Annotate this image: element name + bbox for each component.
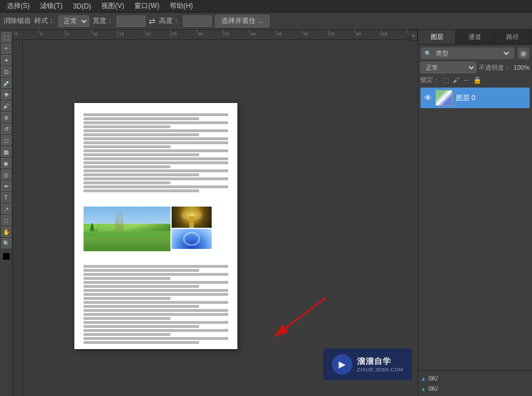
tool-marquee[interactable]: ⬚ <box>1 32 11 42</box>
tool-text[interactable]: T <box>1 192 11 203</box>
menu-select[interactable]: 选择(S) <box>2 0 34 12</box>
red-arrow <box>263 292 332 345</box>
tool-lasso[interactable]: ⌖ <box>1 43 11 54</box>
watermark-text: 溜溜自学 ZIXUE.3D66.COM <box>357 357 403 373</box>
right-panel-bottom: ▲ 0K/ ▲ 0K/ <box>418 370 532 396</box>
svg-text:50: 50 <box>303 31 308 37</box>
tool-eraser[interactable]: ◻ <box>1 135 11 145</box>
download-arrow-icon: ▲ <box>420 386 426 392</box>
layer-thumbnail <box>435 90 452 106</box>
svg-line-36 <box>275 298 326 336</box>
ruler-top-svg: -50510152025303540455055606570 <box>13 30 418 40</box>
tool-shape[interactable]: □ <box>1 215 11 225</box>
tool-heal[interactable]: ✚ <box>1 89 11 100</box>
ruler-left-svg <box>13 40 23 395</box>
svg-text:55: 55 <box>329 31 335 37</box>
height-label: 高度： <box>159 16 180 26</box>
height-input[interactable] <box>183 15 212 27</box>
filter-select[interactable]: 类型 <box>434 49 511 57</box>
lock-transparent-icon[interactable]: ⬚ <box>443 76 449 84</box>
width-label: 宽度： <box>93 16 113 26</box>
svg-text:30: 30 <box>198 31 203 37</box>
watermark-icon: ▶ <box>332 354 352 375</box>
layer-visibility-icon[interactable]: 👁 <box>424 93 432 102</box>
width-input[interactable] <box>117 15 145 27</box>
lock-label: 锁定： <box>420 76 439 84</box>
style-label: 样式： <box>34 16 55 26</box>
swap-arrow-icon[interactable]: ⇄ <box>149 17 156 26</box>
svg-text:-5: -5 <box>14 31 18 37</box>
svg-text:25: 25 <box>172 31 177 37</box>
doc-text-bottom <box>74 255 237 356</box>
tool-crop[interactable]: ⊡ <box>1 66 11 77</box>
ruler-left <box>13 40 23 396</box>
doc-text-top <box>74 103 237 204</box>
tool-brush[interactable]: 🖌 <box>1 101 11 111</box>
layers-filter: 🔍 类型 <box>420 47 515 60</box>
layers-filter-row: 🔍 类型 ◉ <box>420 47 530 60</box>
svg-text:35: 35 <box>224 31 229 37</box>
watermark: ▶ 溜溜自学 ZIXUE.3D66.COM <box>323 349 412 380</box>
style-select[interactable]: 正常 <box>58 15 89 27</box>
svg-rect-34 <box>13 40 23 395</box>
lock-image-icon[interactable]: 🖌 <box>452 76 459 84</box>
svg-text:15: 15 <box>119 31 124 37</box>
status-up-row: ▲ 0K/ <box>420 373 530 383</box>
document-page <box>74 103 237 349</box>
blend-mode-select[interactable]: 正常 <box>420 62 477 73</box>
tool-stamp[interactable]: ⊕ <box>1 112 11 122</box>
layer-item[interactable]: 👁 图层 0 <box>420 88 530 108</box>
menu-help[interactable]: 帮助(H) <box>165 0 198 12</box>
right-panel: 图层 通道 路径 🔍 类型 ◉ 正常 不透明度： 100% 锁定： ⬚ <box>418 30 532 396</box>
tab-layers[interactable]: 图层 <box>418 30 456 44</box>
tab-channels[interactable]: 通道 <box>456 30 494 44</box>
tool-zoom[interactable]: 🔍 <box>1 238 11 248</box>
opacity-label: 不透明度： <box>479 64 510 72</box>
download-value: 0K/ <box>428 385 438 392</box>
doc-images <box>84 207 228 252</box>
menu-3d[interactable]: 3D(D) <box>68 1 96 11</box>
lock-move-icon[interactable]: ↔ <box>463 76 470 84</box>
search-icon: 🔍 <box>424 50 431 57</box>
panel-tabs: 图层 通道 路径 <box>418 30 532 45</box>
layer-name: 图层 0 <box>456 93 475 103</box>
svg-text:45: 45 <box>277 31 282 37</box>
tool-blur[interactable]: ◉ <box>1 158 11 168</box>
tool-hand[interactable]: ✋ <box>1 227 11 237</box>
select-mask-button[interactable]: 选择并遮住 ... <box>215 15 269 27</box>
erase-label: 消除锯齿 <box>3 16 31 26</box>
lock-row: 锁定： ⬚ 🖌 ↔ 🔒 <box>420 76 530 84</box>
tool-gradient[interactable]: ▦ <box>1 146 11 157</box>
collapse-panel-button[interactable]: « <box>410 30 418 41</box>
tab-paths[interactable]: 路径 <box>494 30 532 44</box>
tool-pen[interactable]: ✒ <box>1 181 11 191</box>
tool-dodge[interactable]: ◎ <box>1 169 11 180</box>
filter-toggle-icon[interactable]: ◉ <box>517 47 530 60</box>
tool-magic-wand[interactable]: ✦ <box>1 55 11 65</box>
menu-window[interactable]: 窗口(W) <box>130 0 164 12</box>
svg-text:0: 0 <box>40 31 43 37</box>
tool-history[interactable]: ↺ <box>1 124 11 134</box>
tool-eyedropper[interactable]: 💉 <box>1 78 11 88</box>
doc-image-dark <box>172 207 212 228</box>
doc-image-row <box>84 207 228 251</box>
upload-arrow-icon: ▲ <box>420 375 426 382</box>
svg-text:10: 10 <box>93 31 98 37</box>
menu-filter[interactable]: 滤镜(T) <box>35 0 67 12</box>
opacity-value: 100% <box>513 64 530 71</box>
menu-view[interactable]: 视图(V) <box>97 0 129 12</box>
svg-text:65: 65 <box>382 31 387 37</box>
upload-value: 0K/ <box>428 375 438 382</box>
svg-text:5: 5 <box>66 31 69 37</box>
lock-all-icon[interactable]: 🔒 <box>473 76 482 84</box>
foreground-color[interactable] <box>2 252 11 261</box>
doc-right-images <box>172 207 212 251</box>
svg-text:20: 20 <box>145 31 150 37</box>
watermark-url: ZIXUE.3D66.COM <box>357 367 403 373</box>
doc-image-landscape <box>84 207 170 251</box>
layer-thumbnail-preview <box>436 90 452 105</box>
tool-path-select[interactable]: ↗ <box>1 204 11 214</box>
ruler-top: -50510152025303540455055606570 <box>13 30 418 40</box>
red-arrow-svg <box>263 292 332 343</box>
toolbar: 消除锯齿 样式： 正常 宽度： ⇄ 高度： 选择并遮住 ... <box>0 13 532 30</box>
